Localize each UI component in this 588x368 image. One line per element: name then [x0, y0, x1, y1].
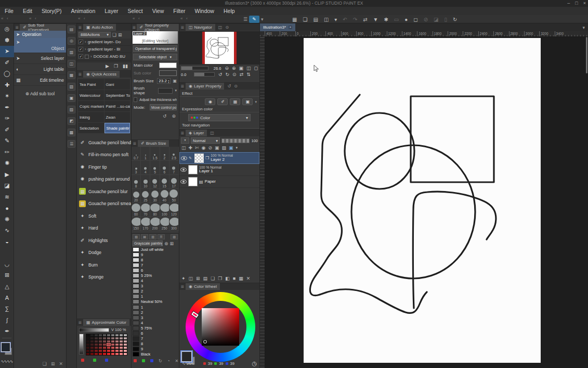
create-mask-icon[interactable]: ◧: [225, 276, 230, 281]
quick-access-item[interactable]: ✦ Dodge: [77, 247, 131, 259]
lock-transparent-icon[interactable]: ⊘: [208, 145, 212, 150]
quick-access-item[interactable]: ▦ Gouache pencil blur: [77, 185, 131, 198]
tool-button[interactable]: ✎: [0, 135, 14, 147]
information-tab-icon[interactable]: ⊙: [225, 25, 229, 30]
brush-size-cell[interactable]: 4: [141, 161, 150, 175]
collapse-chevrons[interactable]: « ‹: [78, 16, 87, 21]
panel-strip-icon[interactable]: ▧: [68, 83, 75, 91]
tool-button[interactable]: ✒: [0, 102, 14, 113]
main-sub-color-swatches[interactable]: [0, 341, 14, 359]
color-set-options-tab[interactable]: ▨: [171, 234, 178, 239]
panel-tab[interactable]: ◉ Quick Access: [83, 71, 120, 78]
command-icon[interactable]: ▤: [313, 17, 318, 22]
record-action-icon[interactable]: ❐: [114, 64, 118, 69]
tool-button[interactable]: ◯: [0, 68, 14, 80]
color-set-row[interactable]: 7: [132, 262, 179, 268]
menu-item[interactable]: Select: [123, 7, 148, 15]
layer-row[interactable]: ✎ ❒ ▤ 100 % Normal Layer 2: [179, 152, 259, 164]
brush-size-cell[interactable]: 80: [150, 203, 160, 217]
command-icon[interactable]: ⊘: [424, 17, 428, 22]
layer-thumbnail[interactable]: [188, 177, 198, 186]
collapse-chevrons[interactable]: « ‹: [133, 16, 141, 21]
panel-menu-icon[interactable]: ☰: [132, 142, 138, 146]
layer-thumbnail[interactable]: [188, 165, 198, 174]
brush-size-input[interactable]: 23.2 ▴▾: [157, 78, 171, 84]
brush-size-cell[interactable]: 17: [169, 175, 179, 189]
border-effect-button[interactable]: ◉: [205, 98, 215, 105]
brush-size-cell[interactable]: 70: [141, 203, 150, 217]
command-icon[interactable]: ▦: [292, 17, 297, 22]
vertical-value-slider[interactable]: [79, 334, 84, 354]
sub-tool-item[interactable]: ➤ Object: [14, 38, 66, 53]
menu-item[interactable]: Layer: [100, 7, 123, 15]
delete-icon[interactable]: ✕: [59, 361, 63, 366]
command-icon[interactable]: ◻: [413, 17, 417, 22]
menu-item[interactable]: File: [0, 7, 18, 15]
quick-access-set-cell[interactable]: Copic markers: [78, 101, 104, 111]
new-action-set-icon[interactable]: ❏: [112, 32, 116, 37]
adjust-thickness-checkbox[interactable]: [134, 97, 137, 102]
brush-size-cell[interactable]: 15: [160, 175, 169, 189]
reset-icon[interactable]: ↺: [163, 113, 167, 119]
quick-access-item[interactable]: ✦ Soft: [77, 210, 131, 222]
subtool-group-operation[interactable]: ➤ Operation: [14, 31, 66, 38]
color-set-row[interactable]: 7: [132, 336, 179, 341]
tool-button[interactable]: ▶: [0, 169, 14, 181]
tool-button[interactable]: ⊞: [0, 270, 14, 281]
brush-size-cell[interactable]: 100: [160, 203, 169, 217]
quick-access-set-cell[interactable]: Watercolour: [78, 90, 104, 100]
mode-dropdown[interactable]: Move control point▾: [150, 104, 177, 110]
toolbar-grip[interactable]: ∿∿∿∿: [0, 359, 14, 364]
tool-button[interactable]: ◒: [0, 236, 14, 248]
brush-size-cell[interactable]: 5: [150, 161, 160, 175]
tool-button[interactable]: ✚: [0, 80, 14, 91]
enable-mask-icon[interactable]: ▣: [215, 145, 219, 150]
color-set-row[interactable]: 1: [132, 304, 179, 310]
brush-size-cell[interactable]: 30: [150, 189, 160, 203]
reset-rotation-icon[interactable]: ⊙: [232, 72, 237, 77]
color-set-row[interactable]: 5 25%: [132, 273, 179, 278]
color-set-row[interactable]: 5 75%: [132, 325, 179, 331]
vertical-scrollbar[interactable]: [586, 37, 587, 73]
replace-color-icon[interactable]: ↻: [159, 359, 162, 363]
panel-strip-icon[interactable]: ▣: [68, 94, 75, 102]
add-sub-tool-button[interactable]: ⊕ Add sub tool: [14, 91, 66, 96]
tool-button[interactable]: ✐: [0, 124, 14, 136]
close-button[interactable]: ×: [583, 0, 586, 7]
combine-layer-icon[interactable]: ❏: [211, 276, 215, 281]
tool-button[interactable]: ≋: [0, 192, 14, 203]
command-icon[interactable]: ◫: [324, 17, 329, 22]
color-set-row[interactable]: 3: [132, 284, 179, 289]
panel-tab[interactable]: ▣ Auto Action: [83, 24, 116, 31]
saturation-value-marker[interactable]: [203, 340, 207, 344]
tool-button[interactable]: ∫: [0, 314, 14, 326]
active-tool-button[interactable]: ✎: [249, 16, 259, 23]
brush-size-preset-icon[interactable]: ▣: [173, 79, 177, 83]
tool-button[interactable]: ∑: [0, 303, 14, 315]
fullscreen-icon[interactable]: ◻: [254, 66, 258, 71]
rotate-right-icon[interactable]: ↻: [226, 72, 230, 77]
panel-strip-icon[interactable]: ▥: [68, 48, 75, 56]
menu-item[interactable]: Animation: [67, 7, 100, 15]
auto-action-row[interactable]: ✓ › DODGE AND BU: [77, 53, 131, 60]
quick-access-item[interactable]: ✐ Highlights: [77, 234, 131, 247]
spinner-icons[interactable]: ▴▾: [168, 79, 169, 83]
command-icon[interactable]: ↻: [453, 17, 457, 22]
menu-item[interactable]: Story(P): [37, 7, 67, 15]
canvas-page[interactable]: [304, 38, 541, 363]
tool-button[interactable]: ✐: [0, 57, 14, 69]
menu-item[interactable]: Window: [190, 7, 219, 15]
color-set-row[interactable]: Just off white: [132, 247, 179, 252]
command-icon[interactable]: ⇄: [363, 17, 367, 22]
new-folder-icon[interactable]: ⊞: [196, 276, 200, 281]
chevron-down-icon[interactable]: ▾: [236, 146, 238, 150]
brush-size-cell[interactable]: 20: [132, 189, 141, 203]
color-set-row[interactable]: 1: [132, 294, 179, 299]
play-action-icon[interactable]: ▶: [106, 64, 109, 69]
layer-row[interactable]: ✎ ❒ ▤ 100 % Normal Layer 1: [179, 164, 259, 176]
tool-button[interactable]: ●: [0, 202, 14, 214]
panel-menu-icon[interactable]: ☰: [14, 26, 20, 30]
brush-size-cell[interactable]: 6: [160, 161, 169, 175]
command-icon[interactable]: ◪: [434, 17, 438, 22]
menu-item[interactable]: Filter: [168, 7, 190, 15]
